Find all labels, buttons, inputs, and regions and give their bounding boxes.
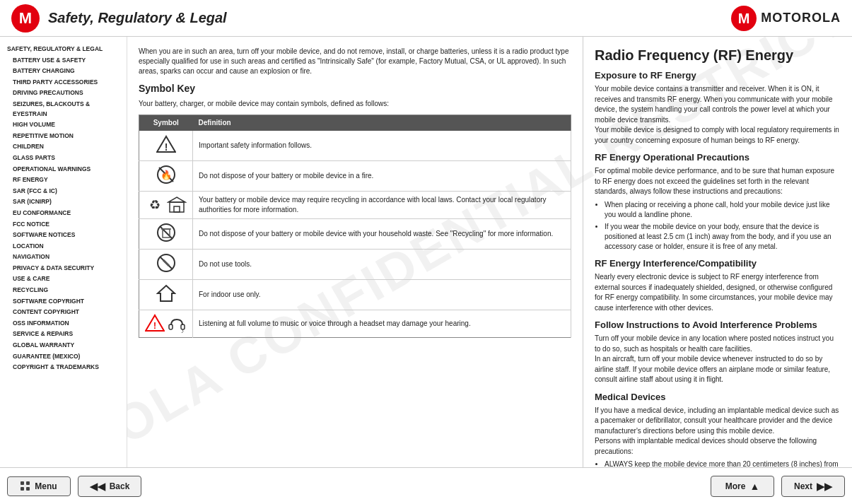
rf-sections: Exposure to RF EnergyYour mobile device …	[595, 69, 841, 467]
svg-text:!: !	[153, 321, 156, 331]
sidebar-item-16[interactable]: SOFTWARE NOTICES	[6, 230, 124, 241]
more-button[interactable]: More ▲	[711, 476, 774, 497]
next-icon: ▶▶	[817, 481, 832, 492]
sidebar-item-14[interactable]: EU CONFORMANCE	[6, 208, 124, 219]
sidebar-item-4[interactable]: DRIVING PRECAUTIONS	[6, 88, 124, 99]
menu-button[interactable]: Menu	[7, 476, 71, 496]
rf-section-body-3: Turn off your mobile device in any locat…	[595, 334, 841, 385]
back-button-label: Back	[110, 481, 130, 491]
next-button-label: Next	[794, 481, 812, 491]
sidebar-item-21[interactable]: RECYCLING	[6, 285, 124, 296]
sidebar-item-9[interactable]: GLASS PARTS	[6, 153, 124, 164]
rf-section-list-1: When placing or receiving a phone call, …	[605, 200, 841, 252]
rf-section-body-2: Nearly every electronic device is subjec…	[595, 272, 841, 313]
svg-rect-23	[169, 324, 173, 329]
middle-panel: When you are in such an area, turn off y…	[127, 37, 583, 467]
table-row: Do not use tools.	[139, 249, 571, 279]
sidebar-item-8[interactable]: CHILDREN	[6, 141, 124, 153]
rf-list-item: ALWAYS keep the mobile device more than …	[605, 459, 841, 467]
sidebar-item-17[interactable]: LOCATION	[6, 241, 124, 252]
table-row: 🔥Do not dispose of your battery or mobil…	[139, 160, 571, 191]
rf-section-title-1: RF Energy Operational Precautions	[595, 151, 841, 164]
more-icon: ▲	[749, 481, 759, 492]
symbol-cell-3	[139, 218, 193, 249]
definition-cell-0: Important safety information follows.	[193, 131, 571, 161]
sidebar-item-5[interactable]: SEIZURES, BLACKOUTS & EYESTRAIN	[6, 99, 124, 119]
motorola-brand-label: MOTOROLA	[761, 11, 841, 25]
definition-cell-2: Your battery or mobile device may requir…	[193, 191, 571, 218]
symbol-cell-2: ♻	[139, 191, 193, 218]
sidebar-item-10[interactable]: OPERATIONAL WARNINGS	[6, 164, 124, 175]
table-row: ♻Your battery or mobile device may requi…	[139, 191, 571, 218]
svg-text:!: !	[164, 141, 168, 153]
sidebar-item-20[interactable]: USE & CARE	[6, 274, 124, 285]
rf-section-title-4: Medical Devices	[595, 391, 841, 404]
sidebar-item-25[interactable]: SERVICE & REPAIRS	[6, 329, 124, 340]
motorola-logo-left: M	[11, 4, 40, 33]
menu-icon	[21, 481, 30, 491]
back-icon: ◀◀	[90, 481, 105, 492]
next-button[interactable]: Next ▶▶	[781, 476, 845, 497]
sidebar-item-7[interactable]: REPETITIVE MOTION	[6, 131, 124, 142]
sidebar-item-6[interactable]: HIGH VOLUME	[6, 119, 124, 131]
sidebar-item-27[interactable]: GUARANTEE (MEXICO)	[6, 351, 124, 363]
svg-text:♻: ♻	[149, 198, 161, 212]
rf-list-item: If you wear the mobile device on your bo…	[605, 222, 841, 252]
svg-rect-10	[170, 202, 184, 212]
rf-section-body-1: For optimal mobile device performance, a…	[595, 166, 841, 197]
sidebar-item-15[interactable]: FCC NOTICE	[6, 219, 124, 230]
header: M Safety, Regulatory & Legal M MOTOROLA	[0, 0, 852, 37]
sidebar-item-2[interactable]: BATTERY CHARGING	[6, 66, 124, 77]
table-header-definition: Definition	[193, 115, 571, 131]
svg-line-19	[163, 260, 169, 266]
rf-section-body-0: Your mobile device contains a transmitte…	[595, 84, 841, 146]
right-panel: Radio Frequency (RF) Energy Exposure to …	[583, 37, 852, 467]
rf-list-item: When placing or receiving a phone call, …	[605, 200, 841, 220]
symbol-table: Symbol Definition !Important safety info…	[139, 115, 571, 338]
footer-right: More ▲ Next ▶▶	[711, 476, 845, 497]
sidebar-item-19[interactable]: PRIVACY & DATA SECURITY	[6, 263, 124, 274]
table-header-symbol: Symbol	[139, 115, 193, 131]
svg-text:♪: ♪	[181, 328, 184, 334]
svg-rect-11	[174, 206, 180, 212]
sidebar-item-13[interactable]: SAR (ICNIRP)	[6, 197, 124, 208]
footer: Menu ◀◀ Back More ▲ Next ▶▶	[0, 467, 852, 504]
sidebar-item-28[interactable]: COPYRIGHT & TRADEMARKS	[6, 362, 124, 373]
definition-cell-3: Do not dispose of your battery or mobile…	[193, 218, 571, 249]
sidebar-item-22[interactable]: SOFTWARE COPYRIGHT	[6, 296, 124, 307]
svg-marker-12	[168, 197, 185, 202]
svg-text:🔥: 🔥	[161, 169, 173, 181]
table-row: For indoor use only.	[139, 279, 571, 310]
sidebar-item-12[interactable]: SAR (FCC & IC)	[6, 186, 124, 197]
sidebar-item-24[interactable]: OSS INFORMATION	[6, 318, 124, 329]
symbol-key-subtitle: Your battery, charger, or mobile device …	[139, 99, 571, 109]
sidebar-item-23[interactable]: CONTENT COPYRIGHT	[6, 307, 124, 318]
svg-text:M: M	[738, 11, 750, 26]
symbol-cell-6: !♪	[139, 310, 193, 337]
sidebar-item-3[interactable]: THIRD PARTY ACCESSORIES	[6, 77, 124, 88]
svg-text:M: M	[19, 9, 32, 27]
header-left: M Safety, Regulatory & Legal	[11, 4, 227, 33]
rf-section-title-3: Follow Instructions to Avoid Interferenc…	[595, 319, 841, 332]
motorola-logo-right: M	[731, 6, 757, 31]
symbol-cell-1: 🔥	[139, 160, 193, 191]
sidebar-item-18[interactable]: NAVIGATION	[6, 252, 124, 263]
symbol-table-body: !Important safety information follows.🔥D…	[139, 131, 571, 338]
sidebar-item-26[interactable]: GLOBAL WARRANTY	[6, 340, 124, 351]
table-row: !Important safety information follows.	[139, 131, 571, 161]
rf-main-title: Radio Frequency (RF) Energy	[595, 47, 841, 64]
more-button-label: More	[725, 481, 746, 491]
sidebar-item-1[interactable]: BATTERY USE & SAFETY	[6, 55, 124, 66]
sidebar-nav: SAFETY, REGULATORY & LEGALBATTERY USE & …	[6, 44, 124, 373]
menu-button-label: Menu	[35, 481, 57, 491]
sidebar-item-0[interactable]: SAFETY, REGULATORY & LEGAL	[6, 44, 124, 55]
content-area: When you are in such an area, turn off y…	[127, 37, 852, 467]
definition-cell-4: Do not use tools.	[193, 249, 571, 279]
table-row: !♪Listening at full volume to music or v…	[139, 310, 571, 337]
symbol-cell-4	[139, 249, 193, 279]
symbol-cell-0: !	[139, 131, 193, 161]
definition-cell-5: For indoor use only.	[193, 279, 571, 310]
sidebar-item-11[interactable]: RF ENERGY	[6, 175, 124, 186]
definition-cell-6: Listening at full volume to music or voi…	[193, 310, 571, 337]
back-button[interactable]: ◀◀ Back	[78, 476, 141, 497]
